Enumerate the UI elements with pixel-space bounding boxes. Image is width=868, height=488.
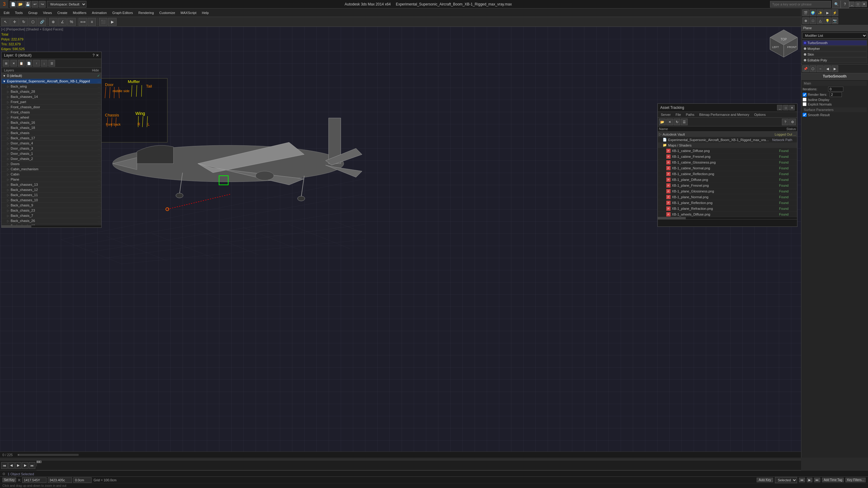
iterations-input[interactable] [828,87,843,92]
layer-item[interactable]: ▷Cabin_mechanism... [2,167,101,172]
asset-remove-btn[interactable]: ✕ [666,119,673,125]
viewport[interactable]: Door Muffler middle side Tail Chassis Wi… [0,27,801,458]
asset-row[interactable]: 📁Maps / Shaders [658,142,797,148]
layer-paste-btn[interactable]: 📄 [26,60,32,67]
layer-item[interactable]: ▷Plane... [2,177,101,182]
layer-item[interactable]: ▷Door_chasis_3... [2,146,101,151]
explicit-normals-checkbox[interactable] [803,102,807,106]
quick-render-btn[interactable]: ⚡ [832,9,838,16]
asset-row[interactable]: ▷Autodesk VaultLogged Out ... [658,132,797,137]
layer-item[interactable]: ▷Back_chasses_11... [2,192,101,198]
layer-item[interactable]: ▷Back_chasis_18... [2,125,101,130]
asset-row[interactable]: 📄Experimental_Supersonic_Aircraft_Boom_X… [658,137,797,142]
pin-btn[interactable]: 📌 [802,65,809,72]
menu-animation[interactable]: Animation [89,10,109,15]
asset-options-menu[interactable]: Options [752,112,768,117]
layer-item[interactable]: ▷Back_chasis_7... [2,213,101,218]
layer-item[interactable]: ▷Back_chasis... [2,130,101,136]
asset-row[interactable]: PXB-1_cabine_Glossiness.pngFound [658,160,797,165]
modifier-morpher[interactable]: Morpher [802,46,867,52]
asset-maximize-btn[interactable]: □ [783,105,788,110]
layer-item[interactable]: ▷Front_chasis... [2,110,101,115]
layer-item[interactable]: ▷Back_chasis_16... [2,120,101,125]
layer-new-btn[interactable]: ⊞ [3,60,9,67]
layer-panel-help[interactable]: ? [92,53,95,58]
prev-btn[interactable]: ◀ [824,65,831,72]
save-btn[interactable]: 💾 [24,1,31,8]
asset-row[interactable]: PXB-1_plane_Glossiness.pngFound [658,189,797,194]
layer-item[interactable]: ▷Back_chasis_9... [2,203,101,208]
redo-btn[interactable]: ↪ [39,1,45,8]
angle-snap-btn[interactable]: ∠ [58,18,67,26]
new-btn[interactable]: 📄 [10,1,17,8]
light-btn[interactable]: 💡 [824,17,831,24]
layer-menu-btn[interactable]: ☰ [49,60,55,67]
menu-maxscript[interactable]: MAXScript [178,10,199,15]
undo-btn[interactable]: ↩ [32,1,38,8]
menu-modifiers[interactable]: Modifiers [70,10,89,15]
layer-item[interactable]: ▷Back_chasis_23... [2,208,101,213]
menu-edit[interactable]: Edit [1,10,12,15]
link-btn[interactable]: 🔗 [38,18,46,26]
render-btn[interactable]: ▶ [108,18,117,26]
asset-paths-menu[interactable]: Paths [684,112,696,117]
open-btn[interactable]: 📂 [17,1,24,8]
asset-minimize-btn[interactable]: _ [777,105,782,110]
select-btn[interactable]: ↖ [1,18,10,26]
layer-item[interactable]: ▷Back_wing... [2,84,101,89]
layer-item[interactable]: ▷Back_chasis_28... [2,89,101,94]
auto-key-btn[interactable]: Auto Key [757,478,773,482]
asset-close-btn[interactable]: ✕ [789,105,795,110]
timeline-prev-btn[interactable]: ⏮ [1,462,8,469]
layer-item[interactable]: ▷Doors... [2,161,101,167]
layer-panel-close[interactable]: ✕ [96,53,99,58]
asset-server-menu[interactable]: Server [659,112,672,117]
menu-customize[interactable]: Customize [157,10,178,15]
next-btn[interactable]: ▶ [832,65,838,72]
layer-scrollbar-thumb[interactable] [2,225,31,227]
move-stack-btn[interactable]: → [817,65,824,72]
move-btn[interactable]: ✛ [10,18,19,26]
progress-track[interactable] [18,454,79,456]
asset-list-btn[interactable]: ☰ [681,119,688,125]
asset-row[interactable]: PXB-1_plane_Fresnel.pngFound [658,183,797,189]
modifier-skin[interactable]: Skin [802,52,867,57]
workspace-selector[interactable]: Workspace: Default [47,1,86,8]
play-fwd-btn[interactable]: ▶ [807,478,812,482]
search-input[interactable] [770,1,831,8]
menu-group[interactable]: Group [26,10,40,15]
add-time-tag-btn[interactable]: Add Time Tag [822,478,844,482]
align-btn[interactable]: ≡ [88,18,96,26]
env-btn[interactable]: 🌍 [810,9,816,16]
camera-btn[interactable]: 📷 [832,17,838,24]
layer-item[interactable]: ▷Back_chasses_12... [2,187,101,192]
asset-list[interactable]: ▷Autodesk VaultLogged Out ...📄Experiment… [658,132,797,217]
timeline-prev-frame-btn[interactable]: ◀ [8,462,14,469]
layer-item[interactable]: ▷Back_chasis_17... [2,136,101,141]
menu-create[interactable]: Create [55,10,70,15]
rotate-btn[interactable]: ↻ [20,18,28,26]
scale-btn[interactable]: ⬡ [29,18,37,26]
asset-row[interactable]: PXB-1_wheels_Diffuse.pngFound [658,212,797,217]
asset-bitmap-menu[interactable]: Bitmap Performance and Memory [697,112,751,117]
render-setup-btn[interactable]: 🎬 [802,9,809,16]
layer-item[interactable]: ▷Cabin... [2,172,101,177]
mirror-btn[interactable]: ⟺ [79,18,87,26]
geometry-btn[interactable]: □ [810,17,816,24]
layer-up-btn[interactable]: ↑ [33,60,40,67]
layer-item[interactable]: ▷Back_chasis_26... [2,218,101,224]
layer-copy-btn[interactable]: 📋 [18,60,25,67]
asset-scrollbar-thumb[interactable] [658,217,686,219]
layer-item[interactable]: ▷Door_chasis_4... [2,141,101,146]
layer-item[interactable]: ▷Back_chasses_14... [2,94,101,99]
y-coord[interactable] [48,477,72,483]
layer-item[interactable]: ▼0 (default)✓ [2,73,101,79]
asset-row[interactable]: PXB-1_cabine_Reflection.pngFound [658,171,797,177]
isoline-checkbox[interactable] [803,98,807,102]
search-btn[interactable]: 🔍 [832,0,841,8]
asset-row[interactable]: PXB-1_cabine_Fresnel.pngFound [658,154,797,160]
asset-panel-title[interactable]: Asset Tracking _ □ ✕ [658,104,797,112]
render-iters-input[interactable] [830,92,842,97]
layer-item[interactable]: ▼Experimental_Supersonic_Aircraft_Boom_X… [2,79,101,84]
asset-row[interactable]: PXB-1_plane_Reflection.pngFound [658,200,797,206]
